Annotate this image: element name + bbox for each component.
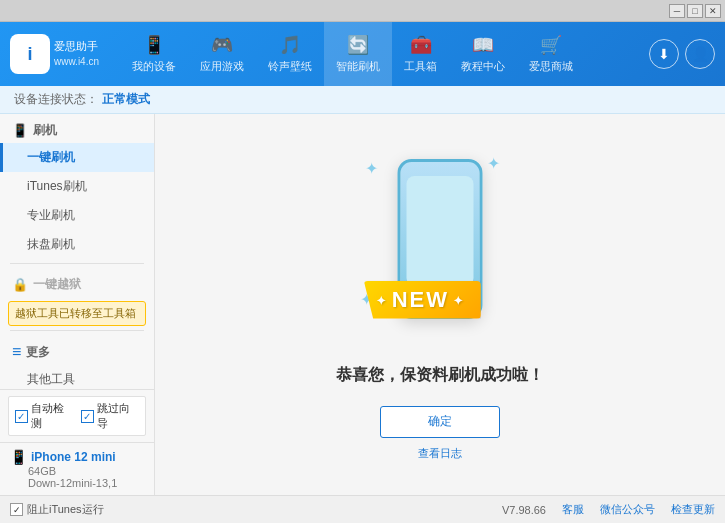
- ringtone-icon: 🎵: [279, 34, 301, 56]
- content-area: ✦ ✦ ✦ NEW 恭喜您，保资料刷机成功啦！ 确定 查看日志: [155, 114, 725, 495]
- logo-area: i 爱思助手 www.i4.cn: [10, 34, 120, 74]
- maximize-button[interactable]: □: [687, 4, 703, 18]
- wechat-link[interactable]: 微信公众号: [600, 502, 655, 517]
- header-actions: ⬇ 👤: [649, 39, 715, 69]
- sidebar-scroll: 📱 刷机 一键刷机 iTunes刷机 专业刷机 抹盘刷机 🔒 一键越狱: [0, 114, 154, 389]
- device-phone-icon: 📱: [10, 449, 27, 465]
- status-value: 正常模式: [102, 91, 150, 108]
- logo-icon: i: [10, 34, 50, 74]
- main-layout: 📱 刷机 一键刷机 iTunes刷机 专业刷机 抹盘刷机 🔒 一键越狱: [0, 114, 725, 495]
- more-section-icon: ≡: [12, 343, 21, 361]
- sidebar-item-one-key-flash[interactable]: 一键刷机: [0, 143, 154, 172]
- close-button[interactable]: ✕: [705, 4, 721, 18]
- sidebar-item-itunes-flash[interactable]: iTunes刷机: [0, 172, 154, 201]
- stop-itunes-label: 阻止iTunes运行: [27, 502, 104, 517]
- nav-tab-ringtone[interactable]: 🎵 铃声壁纸: [256, 22, 324, 86]
- logo-text: 爱思助手 www.i4.cn: [54, 39, 99, 68]
- sidebar-section-more: ≡ 更多: [0, 335, 154, 365]
- sparkle-2: ✦: [487, 154, 500, 173]
- status-label: 设备连接状态：: [14, 91, 98, 108]
- my-device-icon: 📱: [143, 34, 165, 56]
- flash-section-icon: 📱: [12, 123, 28, 138]
- history-link[interactable]: 查看日志: [418, 446, 462, 461]
- status-bar: 设备连接状态： 正常模式: [0, 86, 725, 114]
- footer-left: ✓ 阻止iTunes运行: [10, 502, 104, 517]
- nav-tab-store[interactable]: 🛒 爱思商城: [517, 22, 585, 86]
- sidebar-bottom-section: 自动检测 跳过向导 📱 iPhone 12 mini 64GB Down-12m…: [0, 389, 154, 495]
- sparkle-1: ✦: [365, 159, 378, 178]
- new-badge: NEW: [364, 281, 481, 319]
- phone-illustration: ✦ ✦ ✦ NEW: [350, 149, 530, 349]
- skip-wizard-checkbox[interactable]: 跳过向导: [81, 401, 139, 431]
- app-game-icon: 🎮: [211, 34, 233, 56]
- download-icon: ⬇: [658, 46, 670, 62]
- nav-tab-my-device[interactable]: 📱 我的设备: [120, 22, 188, 86]
- device-name-row: 📱 iPhone 12 mini: [10, 449, 144, 465]
- user-icon: 👤: [692, 46, 709, 62]
- checkbox-row: 自动检测 跳过向导: [8, 396, 146, 436]
- nav-tab-app-game[interactable]: 🎮 应用游戏: [188, 22, 256, 86]
- checkbox-area: 自动检测 跳过向导: [0, 390, 154, 442]
- device-name: iPhone 12 mini: [31, 450, 116, 464]
- footer: ✓ 阻止iTunes运行 V7.98.66 客服 微信公众号 检查更新: [0, 495, 725, 523]
- download-button[interactable]: ⬇: [649, 39, 679, 69]
- success-message: 恭喜您，保资料刷机成功啦！: [336, 365, 544, 386]
- version-label: V7.98.66: [502, 504, 546, 516]
- sidebar-item-wipe-flash[interactable]: 抹盘刷机: [0, 230, 154, 259]
- service-link[interactable]: 客服: [562, 502, 584, 517]
- auto-detect-checkbox[interactable]: 自动检测: [15, 401, 73, 431]
- sidebar-section-flash: 📱 刷机: [0, 114, 154, 143]
- phone-screen: [407, 176, 474, 286]
- jailbreak-lock-icon: 🔒: [12, 277, 28, 292]
- nav-tabs: 📱 我的设备 🎮 应用游戏 🎵 铃声壁纸 🔄 智能刷机 🧰 工具箱 📖 教程中心…: [120, 22, 649, 86]
- device-version: Down-12mini-13,1: [10, 477, 144, 489]
- auto-detect-box[interactable]: [15, 410, 28, 423]
- update-link[interactable]: 检查更新: [671, 502, 715, 517]
- stop-itunes-checkbox[interactable]: ✓: [10, 503, 23, 516]
- footer-right: V7.98.66 客服 微信公众号 检查更新: [502, 502, 715, 517]
- smart-flash-icon: 🔄: [347, 34, 369, 56]
- user-button[interactable]: 👤: [685, 39, 715, 69]
- sidebar-item-other-tools[interactable]: 其他工具: [0, 365, 154, 389]
- sidebar: 📱 刷机 一键刷机 iTunes刷机 专业刷机 抹盘刷机 🔒 一键越狱: [0, 114, 155, 495]
- jailbreak-notice: 越狱工具已转移至工具箱: [8, 301, 146, 326]
- minimize-button[interactable]: ─: [669, 4, 685, 18]
- divider-2: [10, 330, 144, 331]
- toolbox-icon: 🧰: [410, 34, 432, 56]
- sidebar-section-jailbreak: 🔒 一键越狱: [0, 268, 154, 297]
- device-storage: 64GB: [10, 465, 144, 477]
- header: i 爱思助手 www.i4.cn 📱 我的设备 🎮 应用游戏 🎵 铃声壁纸 🔄 …: [0, 22, 725, 86]
- store-icon: 🛒: [540, 34, 562, 56]
- skip-wizard-box[interactable]: [81, 410, 94, 423]
- confirm-button[interactable]: 确定: [380, 406, 500, 438]
- nav-tab-tutorial[interactable]: 📖 教程中心: [449, 22, 517, 86]
- device-info: 📱 iPhone 12 mini 64GB Down-12mini-13,1: [0, 442, 154, 495]
- sidebar-item-pro-flash[interactable]: 专业刷机: [0, 201, 154, 230]
- title-bar: ─ □ ✕: [0, 0, 725, 22]
- nav-tab-smart-flash[interactable]: 🔄 智能刷机: [324, 22, 392, 86]
- divider-1: [10, 263, 144, 264]
- nav-tab-toolbox[interactable]: 🧰 工具箱: [392, 22, 449, 86]
- tutorial-icon: 📖: [472, 34, 494, 56]
